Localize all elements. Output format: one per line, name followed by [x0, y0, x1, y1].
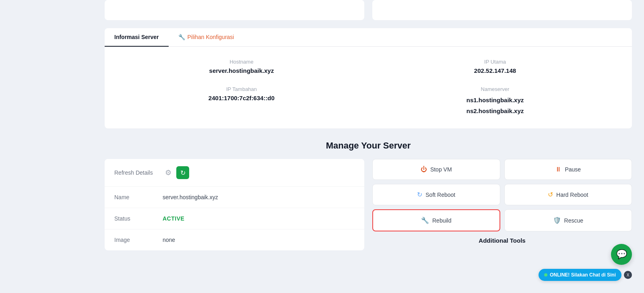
hard-reboot-icon: ↺: [548, 191, 553, 198]
chat-label[interactable]: ONLINE! Silakan Chat di Sini: [539, 269, 621, 281]
refresh-icons: ⚙ ↻: [163, 166, 189, 179]
action-buttons-grid: ⏻ Stop VM ⏸ Pause ↻ Soft Reboot ↺: [372, 159, 632, 231]
name-label: Name: [114, 194, 163, 200]
refresh-green-icon[interactable]: ↻: [176, 166, 189, 179]
chat-online-dot: [544, 273, 547, 276]
manage-section: Manage Your Server Refresh Details ⚙ ↻ N…: [105, 140, 632, 250]
stop-icon: ⏻: [421, 166, 427, 173]
server-info-card: Hostname server.hostingbaik.xyz IP Utama…: [105, 47, 632, 128]
nameserver-item: Nameserver ns1.hostingbaik.xyz ns2.hosti…: [374, 86, 616, 116]
gear-icon[interactable]: ⚙: [163, 167, 174, 178]
rebuild-label: Rebuild: [432, 217, 451, 224]
top-card-2: [372, 0, 632, 20]
whatsapp-icon: 💬: [616, 249, 627, 260]
chat-whatsapp-button[interactable]: 💬: [611, 244, 632, 265]
pause-button[interactable]: ⏸ Pause: [504, 159, 632, 180]
hostname-value: server.hostingbaik.xyz: [121, 67, 362, 74]
tab-config[interactable]: 🔧 Pilihan Konfigurasi: [169, 28, 244, 47]
config-icon: 🔧: [178, 34, 185, 40]
hostname-item: Hostname server.hostingbaik.xyz: [121, 59, 362, 74]
status-row: Status ACTIVE: [105, 208, 364, 229]
tabs-wrapper: Informasi Server 🔧 Pilihan Konfigurasi: [105, 28, 632, 47]
chat-label-text: ONLINE! Silakan Chat di Sini: [550, 272, 616, 278]
status-value: ACTIVE: [163, 215, 184, 222]
stop-vm-button[interactable]: ⏻ Stop VM: [372, 159, 500, 180]
ip-utama-label: IP Utama: [374, 59, 616, 65]
refresh-row: Refresh Details ⚙ ↻: [105, 159, 364, 187]
info-grid: Hostname server.hostingbaik.xyz IP Utama…: [121, 59, 616, 116]
chat-close-button[interactable]: X: [624, 271, 632, 279]
additional-tools-label: Additional Tools: [372, 237, 632, 244]
nameserver-values: ns1.hostingbaik.xyz ns2.hostingbaik.xyz: [374, 95, 616, 116]
sidebar: [0, 0, 97, 293]
server-details-panel: Refresh Details ⚙ ↻ Name server.hostingb…: [105, 159, 364, 250]
rebuild-icon: 🔧: [421, 217, 429, 224]
rebuild-button[interactable]: 🔧 Rebuild: [372, 209, 500, 231]
ip-tambahan-item: IP Tambahan 2401:1700:7c2f:634::d0: [121, 86, 362, 116]
nameserver-label: Nameserver: [374, 86, 616, 92]
actions-panel: ⏻ Stop VM ⏸ Pause ↻ Soft Reboot ↺: [372, 159, 632, 250]
manage-grid: Refresh Details ⚙ ↻ Name server.hostingb…: [105, 159, 632, 250]
top-cards-row: [105, 0, 632, 20]
chat-widget: 💬 ONLINE! Silakan Chat di Sini X: [539, 244, 632, 281]
top-card-1: [105, 0, 364, 20]
stop-vm-label: Stop VM: [430, 166, 452, 173]
tab-server-info[interactable]: Informasi Server: [105, 28, 169, 47]
hard-reboot-button[interactable]: ↺ Hard Reboot: [504, 184, 632, 205]
ip-utama-value: 202.52.147.148: [374, 67, 616, 74]
ns2-value: ns2.hostingbaik.xyz: [374, 105, 616, 116]
image-label: Image: [114, 237, 163, 243]
pause-label: Pause: [565, 166, 581, 173]
manage-title: Manage Your Server: [105, 140, 632, 151]
status-label: Status: [114, 215, 163, 222]
ns1-value: ns1.hostingbaik.xyz: [374, 95, 616, 105]
ip-utama-item: IP Utama 202.52.147.148: [374, 59, 616, 74]
pause-icon: ⏸: [555, 166, 561, 173]
hard-reboot-label: Hard Reboot: [556, 192, 588, 198]
ip-tambahan-label: IP Tambahan: [121, 86, 362, 92]
name-value: server.hostingbaik.xyz: [163, 194, 218, 200]
refresh-label: Refresh Details: [114, 169, 163, 176]
rescue-label: Rescue: [564, 217, 583, 224]
tabs-container: Informasi Server 🔧 Pilihan Konfigurasi: [105, 28, 632, 47]
soft-reboot-label: Soft Reboot: [425, 192, 455, 198]
image-value: none: [163, 237, 175, 243]
ip-tambahan-value: 2401:1700:7c2f:634::d0: [121, 95, 362, 101]
name-row: Name server.hostingbaik.xyz: [105, 187, 364, 208]
rescue-icon: 🛡️: [553, 217, 561, 224]
hostname-label: Hostname: [121, 59, 362, 65]
rescue-button[interactable]: 🛡️ Rescue: [504, 209, 632, 231]
image-row: Image none: [105, 229, 364, 250]
soft-reboot-icon: ↻: [417, 191, 422, 198]
soft-reboot-button[interactable]: ↻ Soft Reboot: [372, 184, 500, 205]
close-icon: X: [627, 273, 630, 277]
